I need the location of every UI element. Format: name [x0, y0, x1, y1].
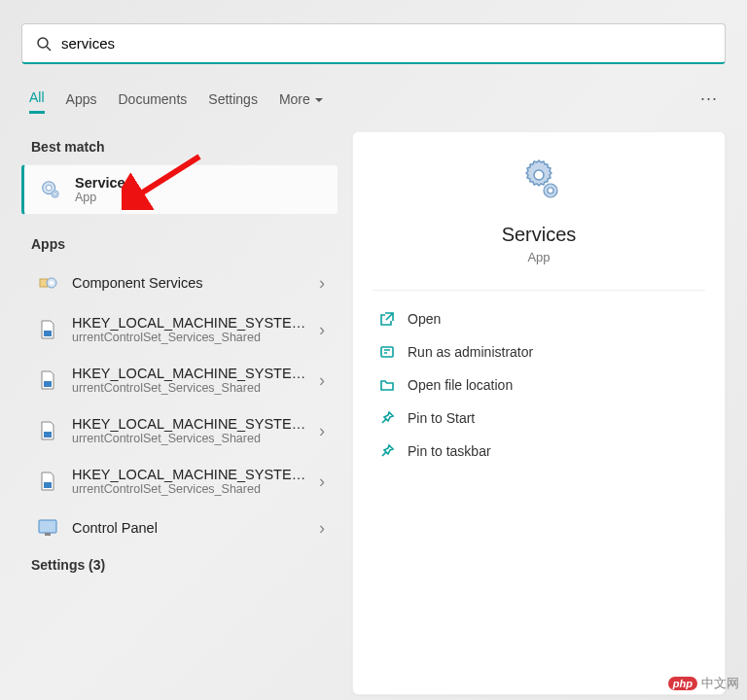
action-open[interactable]: Open: [373, 302, 705, 335]
watermark-text: 中文网: [701, 675, 739, 692]
filter-tabs: All Apps Documents Settings More ···: [0, 84, 747, 114]
results-column: Best match Services App Apps Component S…: [21, 131, 338, 695]
tab-more[interactable]: More: [279, 86, 323, 113]
detail-panel: Services App Open Run as administrator O…: [352, 131, 726, 695]
detail-title: Services: [373, 224, 705, 246]
chevron-right-icon: ›: [319, 370, 325, 391]
svg-line-1: [47, 47, 51, 51]
detail-app-icon: [373, 159, 705, 202]
apps-results: Component Services › HKEY_LOCAL_MACHINE_…: [21, 262, 338, 549]
svg-rect-12: [44, 482, 52, 488]
component-services-icon: [37, 272, 58, 294]
svg-point-17: [548, 188, 553, 193]
result-title2: urrentControlSet_Services_Shared: [72, 482, 311, 496]
pin-icon: [378, 409, 396, 427]
result-title: HKEY_LOCAL_MACHINE_SYSTEM_C: [72, 467, 311, 482]
svg-point-8: [50, 281, 53, 285]
list-item[interactable]: HKEY_LOCAL_MACHINE_SYSTEM_CurrentControl…: [21, 405, 338, 456]
result-title2: urrentControlSet_Services_Shared: [72, 432, 311, 445]
action-open-location[interactable]: Open file location: [373, 368, 705, 402]
chevron-right-icon: ›: [319, 472, 325, 492]
tab-documents[interactable]: Documents: [118, 86, 187, 113]
list-item[interactable]: HKEY_LOCAL_MACHINE_SYSTEM_CurrentControl…: [21, 456, 338, 507]
action-label: Pin to Start: [408, 410, 475, 426]
best-match-header: Best match: [21, 131, 338, 164]
search-bar[interactable]: [21, 23, 726, 64]
settings-header[interactable]: Settings (3): [21, 549, 338, 582]
search-icon: [36, 36, 52, 52]
control-panel-icon: [37, 517, 58, 539]
action-label: Open: [408, 311, 441, 327]
result-title2: urrentControlSet_Services_Shared: [72, 381, 311, 395]
svg-point-5: [53, 192, 56, 195]
svg-rect-9: [44, 331, 52, 336]
chevron-right-icon: ›: [319, 518, 325, 539]
result-title: HKEY_LOCAL_MACHINE_SYSTEM_C: [72, 366, 311, 381]
result-title2: urrentControlSet_Services_Shared: [72, 331, 311, 344]
svg-point-0: [38, 38, 48, 48]
action-run-admin[interactable]: Run as administrator: [373, 335, 705, 368]
svg-point-3: [46, 185, 52, 191]
chevron-right-icon: ›: [319, 421, 325, 441]
svg-rect-18: [381, 347, 393, 357]
registry-file-icon: [37, 369, 58, 391]
tab-all[interactable]: All: [29, 84, 45, 114]
registry-file-icon: [37, 319, 58, 340]
result-title: HKEY_LOCAL_MACHINE_SYSTEM_C: [72, 315, 311, 331]
result-subtitle: App: [75, 191, 324, 204]
list-item[interactable]: HKEY_LOCAL_MACHINE_SYSTEM_CurrentControl…: [21, 304, 338, 355]
action-pin-taskbar[interactable]: Pin to taskbar: [373, 435, 705, 468]
svg-rect-11: [44, 432, 52, 438]
list-item[interactable]: Component Services ›: [21, 262, 338, 304]
registry-file-icon: [37, 420, 58, 441]
chevron-right-icon: ›: [319, 320, 325, 340]
list-item[interactable]: Control Panel ›: [21, 507, 338, 549]
list-item[interactable]: HKEY_LOCAL_MACHINE_SYSTEM_CurrentControl…: [21, 355, 338, 405]
action-pin-start[interactable]: Pin to Start: [373, 402, 705, 435]
watermark-badge: php: [668, 677, 697, 690]
watermark: php 中文网: [668, 675, 739, 692]
best-match-result[interactable]: Services App: [21, 164, 338, 215]
chevron-right-icon: ›: [319, 273, 325, 294]
svg-rect-14: [45, 533, 51, 536]
result-title: Component Services: [72, 275, 311, 291]
apps-header: Apps: [21, 228, 338, 262]
tab-settings[interactable]: Settings: [208, 86, 258, 113]
svg-rect-10: [44, 381, 52, 387]
action-label: Pin to taskbar: [408, 443, 491, 459]
action-label: Run as administrator: [408, 344, 533, 360]
svg-rect-13: [39, 520, 56, 533]
overflow-menu[interactable]: ···: [700, 88, 718, 109]
detail-subtitle: App: [373, 250, 705, 291]
tab-apps[interactable]: Apps: [66, 86, 97, 113]
shield-admin-icon: [378, 343, 396, 361]
result-title: HKEY_LOCAL_MACHINE_SYSTEM_C: [72, 416, 311, 432]
result-title: Control Panel: [72, 520, 311, 536]
open-icon: [378, 310, 396, 328]
gear-app-icon: [40, 179, 61, 200]
action-label: Open file location: [408, 377, 513, 393]
result-title: Services: [75, 175, 324, 191]
search-input[interactable]: [61, 35, 711, 52]
registry-file-icon: [37, 471, 58, 492]
pin-icon: [378, 442, 396, 460]
svg-point-15: [534, 170, 544, 180]
folder-icon: [378, 376, 396, 394]
